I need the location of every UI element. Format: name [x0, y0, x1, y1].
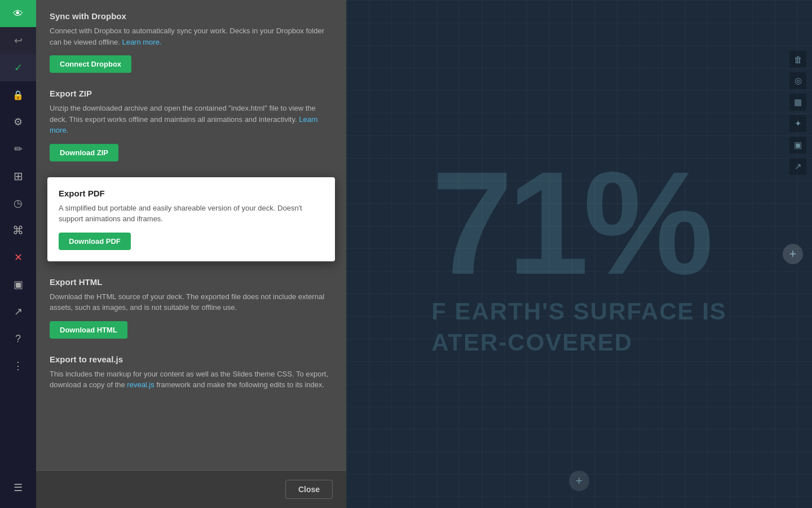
tag-icon: ⌘	[12, 224, 24, 237]
layers-icon: ⊞	[14, 169, 23, 183]
download-zip-button[interactable]: Download ZIP	[50, 144, 118, 161]
sidebar-icon-tag[interactable]: ⌘	[0, 217, 36, 244]
undo-icon: ↩	[14, 34, 23, 47]
slide-line2: ATER-COVERED	[431, 327, 633, 358]
trash-icon: 🗑	[794, 55, 802, 64]
revealjs-link[interactable]: reveal.js	[127, 380, 154, 389]
connect-dropbox-button[interactable]: Connect Dropbox	[50, 55, 131, 73]
book-icon: ▣	[14, 278, 23, 291]
help-icon: ?	[15, 333, 21, 345]
panel-content: Sync with Dropbox Connect with Dropbox t…	[36, 0, 346, 470]
chart-icon: ▦	[794, 97, 802, 107]
sidebar-icon-lock[interactable]: 🔒	[0, 81, 36, 108]
settings-icon: ⚙	[14, 116, 23, 128]
slide-area: 🗑 ◎ ▦ ✦ ▣ ↗ 71% F EARTH'S SURFACE IS ATE…	[346, 0, 812, 508]
sidebar-icon-settings[interactable]: ⚙	[0, 108, 36, 135]
download-html-button[interactable]: Download HTML	[50, 321, 127, 339]
share-icon: ↗	[14, 305, 23, 318]
section-export-revealjs: Export to reveal.js This includes the ma…	[50, 354, 333, 391]
toolbar-export-icon[interactable]: ↗	[789, 158, 806, 175]
sidebar-icon-clock[interactable]: ◷	[0, 190, 36, 217]
clock-icon: ◷	[14, 197, 23, 209]
sidebar-top: 👁 ↩ ✓ 🔒 ⚙ ✏ ⊞ ◷ ⌘ ✕ ▣	[0, 0, 36, 379]
right-toolbar: 🗑 ◎ ▦ ✦ ▣ ↗	[789, 51, 806, 175]
section-revealjs-title: Export to reveal.js	[50, 354, 333, 364]
sidebar-icon-book[interactable]: ▣	[0, 271, 36, 298]
section-dropbox-desc: Connect with Dropbox to automatically sy…	[50, 25, 333, 47]
toolbar-globe-icon[interactable]: ◎	[789, 72, 806, 89]
sidebar-icon-undo[interactable]: ↩	[0, 27, 36, 54]
book2-icon: ▣	[794, 140, 802, 150]
section-pdf-title: Export PDF	[59, 189, 324, 198]
toolbar-book-icon[interactable]: ▣	[789, 137, 806, 154]
section-html-title: Export HTML	[50, 277, 333, 287]
export-icon: ↗	[795, 161, 802, 172]
sidebar-icon-help[interactable]: ?	[0, 325, 36, 352]
add-slide-button[interactable]: +	[783, 244, 803, 264]
magic-icon: ✦	[795, 119, 802, 129]
section-export-html: Export HTML Download the HTML source of …	[50, 277, 333, 339]
slide-big-number: 71%	[431, 150, 708, 296]
plus-icon-main: +	[576, 474, 583, 488]
eye-icon: 👁	[13, 8, 23, 20]
plus-icon: +	[789, 247, 797, 261]
close-icon: ✕	[14, 251, 23, 264]
sidebar-bottom: ☰	[0, 474, 36, 508]
sidebar-icon-eye[interactable]: 👁	[0, 0, 36, 27]
slide-content: 71% F EARTH'S SURFACE IS ATER-COVERED	[409, 127, 749, 380]
panel-footer: Close	[36, 470, 346, 508]
slide-line1: F EARTH'S SURFACE IS	[431, 296, 727, 327]
globe-icon: ◎	[795, 76, 802, 86]
section-zip-title: Export ZIP	[50, 89, 333, 98]
menu-icon: ☰	[14, 481, 23, 494]
sidebar-icon-check[interactable]: ✓	[0, 54, 36, 81]
section-export-zip: Export ZIP Unzip the downloaded archive …	[50, 89, 333, 161]
more-icon: ⋮	[13, 360, 23, 372]
download-pdf-button[interactable]: Download PDF	[59, 233, 131, 250]
sidebar-icon-layers[interactable]: ⊞	[0, 163, 36, 190]
export-panel: Sync with Dropbox Connect with Dropbox t…	[36, 0, 346, 508]
left-sidebar: 👁 ↩ ✓ 🔒 ⚙ ✏ ⊞ ◷ ⌘ ✕ ▣	[0, 0, 36, 508]
add-content-button[interactable]: +	[569, 471, 589, 491]
section-pdf-desc: A simplified but portable and easily sha…	[59, 203, 324, 225]
section-zip-desc: Unzip the downloaded archive and open th…	[50, 103, 333, 136]
sidebar-icon-more[interactable]: ⋮	[0, 352, 36, 379]
section-revealjs-desc: This includes the markup for your conten…	[50, 369, 333, 391]
dropbox-learn-more-link[interactable]: Learn more.	[122, 38, 161, 46]
section-dropbox-title: Sync with Dropbox	[50, 11, 333, 21]
sidebar-icon-pencil[interactable]: ✏	[0, 135, 36, 163]
section-dropbox: Sync with Dropbox Connect with Dropbox t…	[50, 11, 333, 73]
section-export-pdf: Export PDF A simplified but portable and…	[47, 177, 335, 261]
toolbar-trash-icon[interactable]: 🗑	[789, 51, 806, 68]
sidebar-icon-share[interactable]: ↗	[0, 298, 36, 325]
sidebar-icon-menu[interactable]: ☰	[0, 474, 36, 501]
close-button[interactable]: Close	[285, 480, 333, 499]
check-icon: ✓	[14, 62, 23, 74]
lock-icon: 🔒	[12, 90, 24, 100]
section-html-desc: Download the HTML source of your deck. T…	[50, 291, 333, 313]
toolbar-chart-icon[interactable]: ▦	[789, 94, 806, 111]
pencil-icon: ✏	[14, 143, 23, 155]
sidebar-icon-close[interactable]: ✕	[0, 244, 36, 271]
toolbar-magic-icon[interactable]: ✦	[789, 115, 806, 132]
